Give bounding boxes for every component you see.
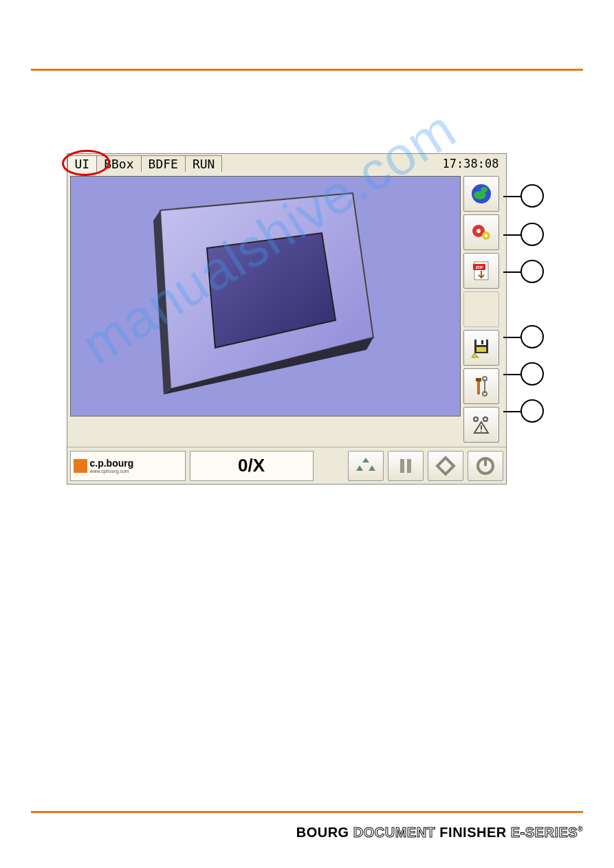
tab-run[interactable]: RUN (185, 155, 223, 172)
pdf-button[interactable]: JDF (463, 253, 499, 289)
callout-line-3 (503, 271, 521, 273)
device-3d-render (112, 186, 387, 406)
svg-point-10 (485, 234, 487, 237)
empty-slot (463, 291, 499, 327)
clock: 17:38:08 (443, 157, 506, 170)
pdf-icon: JDF (469, 258, 494, 283)
callout-5 (520, 362, 544, 386)
svg-rect-19 (476, 378, 481, 381)
footer-word-2: DOCUMENT (353, 825, 436, 840)
warning-icon (469, 412, 494, 437)
globe-icon (469, 181, 494, 206)
callout-4 (520, 325, 544, 348)
brand-url: www.cpbourg.com (90, 469, 134, 474)
side-toolbar: JDF (463, 176, 503, 444)
svg-point-8 (476, 229, 481, 233)
globe-button[interactable] (463, 176, 499, 212)
gears-button[interactable] (463, 214, 499, 250)
save-button[interactable] (463, 330, 499, 366)
callout-6 (520, 399, 544, 423)
bottom-rule (31, 811, 583, 813)
callout-2 (520, 223, 544, 246)
stop-icon (475, 456, 496, 476)
svg-point-26 (481, 431, 482, 432)
svg-rect-27 (400, 459, 404, 473)
svg-rect-28 (407, 459, 411, 473)
brand-name: c.p.bourg (90, 458, 134, 469)
svg-point-22 (483, 392, 487, 396)
pause-icon (396, 456, 415, 476)
callout-line-2 (503, 234, 521, 236)
save-icon (469, 335, 494, 360)
brand-logo: c.p.bourgwww.cpbourg.com (70, 451, 186, 481)
tab-bar: UI BBox BDFE RUN 17:38:08 (67, 154, 506, 173)
stop-button[interactable] (468, 451, 503, 481)
counter-display: 0/X (190, 451, 314, 481)
tools-button[interactable] (463, 368, 499, 404)
footer-word-4: E-SERIES (511, 825, 578, 840)
gears-icon (469, 220, 494, 245)
recycle-icon (354, 454, 377, 478)
tools-icon (469, 374, 494, 399)
footer-word-3: FINISHER (439, 825, 506, 840)
play-icon (435, 456, 456, 476)
callout-line-5 (503, 374, 521, 375)
svg-rect-17 (476, 347, 486, 352)
footer-word-1: BOURG (296, 825, 349, 840)
device-viewport (70, 176, 461, 416)
svg-point-24 (483, 417, 487, 421)
logo-square (74, 459, 87, 473)
callout-line-6 (503, 411, 521, 412)
footer-reg: ® (578, 825, 583, 833)
callout-1 (520, 184, 544, 208)
screenshot-figure: UI BBox BDFE RUN 17:38:08 (67, 153, 548, 485)
svg-point-21 (483, 377, 487, 381)
footer-title: BOURG DOCUMENT FINISHER E-SERIES® (296, 825, 583, 841)
hmi-screen: UI BBox BDFE RUN 17:38:08 (67, 153, 507, 485)
svg-point-6 (481, 187, 487, 192)
callout-line-4 (503, 337, 521, 338)
svg-point-23 (474, 417, 478, 421)
warning-button[interactable] (463, 407, 499, 443)
play-button[interactable] (428, 451, 463, 481)
top-rule (31, 69, 583, 71)
svg-text:JDF: JDF (475, 265, 483, 269)
callout-line-1 (503, 196, 521, 197)
pause-button[interactable] (388, 451, 424, 481)
callout-3 (520, 260, 544, 283)
bottom-bar: c.p.bourgwww.cpbourg.com 0/X (67, 447, 506, 484)
svg-rect-16 (481, 340, 483, 344)
recycle-button[interactable] (348, 451, 384, 481)
tab-bdfe[interactable]: BDFE (141, 155, 186, 172)
